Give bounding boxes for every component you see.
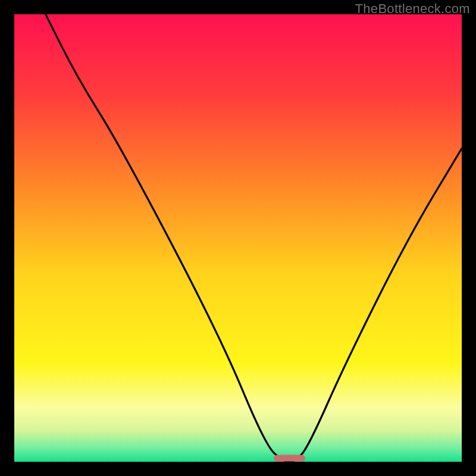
chart-frame: TheBottleneck.com xyxy=(0,0,476,476)
chart-plot-area xyxy=(14,14,462,462)
watermark-text: TheBottleneck.com xyxy=(355,1,470,17)
chart-svg xyxy=(14,14,462,462)
optimum-marker xyxy=(274,455,305,461)
